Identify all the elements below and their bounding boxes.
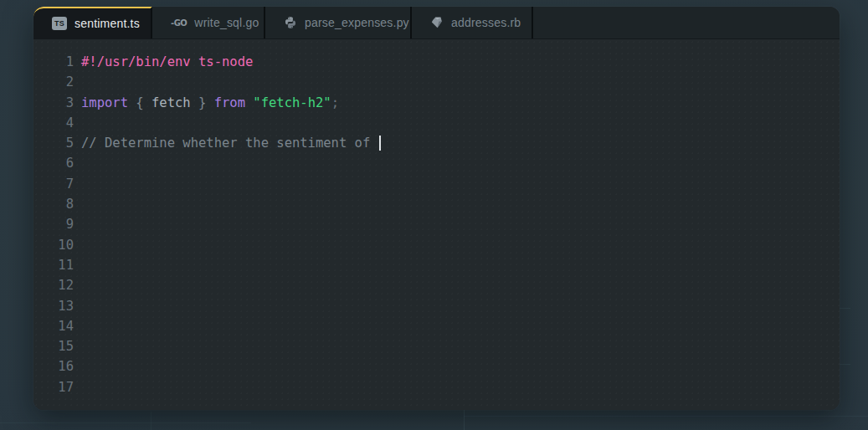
line-number: 2 xyxy=(33,72,74,92)
code-line-text: import { fetch } from "fetch-h2"; xyxy=(81,93,339,113)
code-line[interactable]: 3import { fetch } from "fetch-h2"; xyxy=(33,93,840,113)
code-line[interactable]: 8 xyxy=(33,194,840,214)
line-number: 8 xyxy=(33,194,74,214)
code-line-text: #!/usr/bin/env ts-node xyxy=(81,52,253,72)
code-line[interactable]: 7 xyxy=(33,174,840,194)
tab-label: parse_expenses.py xyxy=(305,16,409,29)
text-cursor xyxy=(379,136,381,151)
line-number: 11 xyxy=(33,255,74,275)
line-number: 16 xyxy=(33,356,74,376)
tab-sentiment-ts[interactable]: TS sentiment.ts xyxy=(33,7,152,38)
line-number: 15 xyxy=(33,336,74,356)
code-line[interactable]: 16 xyxy=(33,356,840,376)
code-line[interactable]: 17 xyxy=(33,377,840,397)
code-line[interactable]: 1#!/usr/bin/env ts-node xyxy=(33,52,840,72)
line-number: 6 xyxy=(33,153,74,173)
line-number: 13 xyxy=(33,296,74,316)
code-line[interactable]: 2 xyxy=(33,72,840,92)
background-circuit-line xyxy=(151,412,152,430)
code-line[interactable]: 15 xyxy=(33,336,840,356)
line-number: 7 xyxy=(33,174,74,194)
tab-label: sentiment.ts xyxy=(74,17,140,30)
line-number: 5 xyxy=(33,133,74,153)
code-line[interactable]: 13 xyxy=(33,296,840,316)
code-line[interactable]: 9 xyxy=(33,214,840,234)
line-number: 1 xyxy=(33,52,74,72)
line-number: 12 xyxy=(33,275,74,295)
code-editor[interactable]: 1#!/usr/bin/env ts-node23import { fetch … xyxy=(33,39,840,410)
code-line[interactable]: 4 xyxy=(33,113,840,133)
code-line-text: // Determine whether the sentiment of xyxy=(81,133,381,153)
code-line[interactable]: 14 xyxy=(33,316,840,336)
line-number: 9 xyxy=(33,214,74,234)
code-area[interactable]: 1#!/usr/bin/env ts-node23import { fetch … xyxy=(33,52,840,397)
typescript-icon: TS xyxy=(52,17,67,30)
code-line[interactable]: 11 xyxy=(33,255,840,275)
code-line[interactable]: 12 xyxy=(33,275,840,295)
line-number: 4 xyxy=(33,113,74,133)
code-line[interactable]: 6 xyxy=(33,153,840,173)
line-number: 17 xyxy=(33,377,74,397)
tab-label: addresses.rb xyxy=(451,16,521,29)
code-line[interactable]: 5// Determine whether the sentiment of xyxy=(33,133,840,153)
background-circuit-line xyxy=(0,422,251,423)
code-line[interactable]: 10 xyxy=(33,235,840,255)
line-number: 10 xyxy=(33,235,74,255)
tab-write-sql-go[interactable]: -GO write_sql.go xyxy=(152,7,265,38)
tab-label: write_sql.go xyxy=(194,16,259,29)
tab-addresses-rb[interactable]: addresses.rb xyxy=(412,7,533,38)
tab-parse-expenses-py[interactable]: parse_expenses.py xyxy=(265,7,412,38)
background-circuit-line xyxy=(464,416,868,417)
line-number: 14 xyxy=(33,316,74,336)
code-editor-window: TS sentiment.ts -GO write_sql.go parse_e… xyxy=(33,7,840,410)
go-icon: -GO xyxy=(171,18,187,28)
background-circuit-line xyxy=(464,407,465,430)
line-number: 3 xyxy=(33,93,74,113)
python-icon xyxy=(284,16,297,29)
ruby-icon xyxy=(430,16,444,29)
tab-bar: TS sentiment.ts -GO write_sql.go parse_e… xyxy=(33,7,840,39)
